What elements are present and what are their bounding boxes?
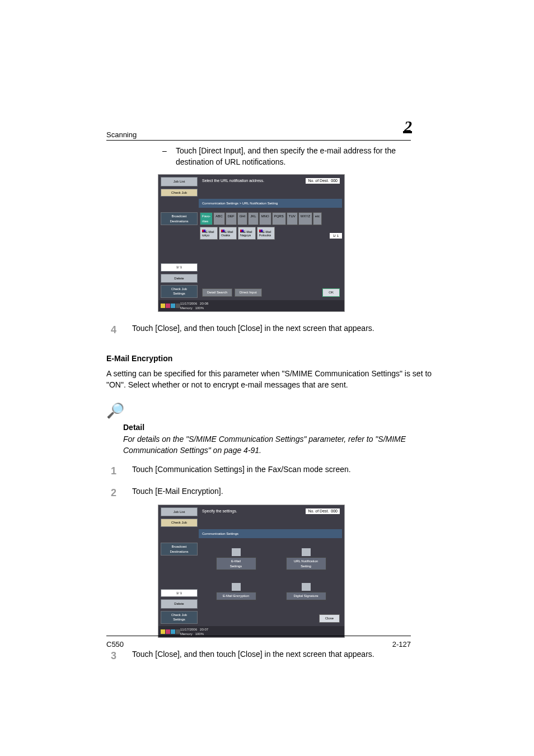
breadcrumb: Communication Settings bbox=[199, 529, 342, 538]
running-header: Scanning bbox=[106, 130, 137, 140]
detail-heading: Detail bbox=[123, 422, 433, 433]
footer-page: 2-127 bbox=[392, 640, 411, 650]
tab-mno[interactable]: MNO bbox=[259, 212, 271, 225]
delete-button[interactable]: Delete bbox=[161, 599, 198, 608]
delete-button[interactable]: Delete bbox=[161, 274, 198, 283]
step-number-2: 2 bbox=[106, 486, 116, 500]
detail-search-button[interactable]: Detail Search bbox=[202, 288, 232, 296]
tab-ghi[interactable]: GHI bbox=[237, 212, 248, 225]
check-job-settings[interactable]: Check Job Settings bbox=[161, 285, 198, 298]
step-number-3: 3 bbox=[106, 649, 116, 663]
email-encryption-button[interactable]: E-Mail Encryption bbox=[216, 592, 256, 600]
bullet-direct-input: Touch [Direct Input], and then specify t… bbox=[162, 146, 433, 167]
tab-abc[interactable]: ABC bbox=[213, 212, 224, 225]
instruction-text: Select the URL notification address. bbox=[202, 178, 306, 184]
tab-pqrs[interactable]: PQRS bbox=[272, 212, 286, 225]
toner-y-icon bbox=[161, 304, 165, 308]
status-time: 20:07 bbox=[200, 628, 208, 631]
dest-count-label: No. of Dest. 000 bbox=[306, 508, 340, 514]
step-number-4: 4 bbox=[106, 323, 116, 337]
left-pager: 1/ 1 bbox=[161, 589, 198, 597]
digital-signature-button[interactable]: Digital Signature bbox=[286, 592, 326, 600]
screenshot-comm-settings: Job List Check Job Specify the settings.… bbox=[158, 505, 345, 638]
email-settings-icon bbox=[232, 548, 241, 556]
toner-y-icon bbox=[161, 629, 165, 634]
tab-jkl[interactable]: JKL bbox=[248, 212, 258, 225]
toner-m-icon bbox=[166, 304, 170, 308]
url-notification-button[interactable]: URL Notification Setting bbox=[286, 557, 326, 570]
step-text-1: Touch [Communication Settings] in the Fa… bbox=[132, 464, 433, 475]
tab-favorites[interactable]: Favo- rites bbox=[200, 212, 213, 225]
breadcrumb: Communication Settings > URL Notificatio… bbox=[199, 199, 342, 208]
instruction-text: Specify the settings. bbox=[202, 508, 306, 514]
chip-pager: 1/ 1 bbox=[330, 233, 342, 239]
tab-wxyz[interactable]: WXYZ bbox=[298, 212, 312, 225]
toner-c-icon bbox=[171, 304, 175, 308]
email-settings-button[interactable]: E-Mail Settings bbox=[216, 557, 256, 570]
ok-button[interactable]: OK bbox=[322, 288, 340, 296]
status-mem-label: Memory bbox=[180, 306, 193, 310]
toner-c-icon bbox=[171, 629, 175, 634]
check-job-settings[interactable]: Check Job Settings bbox=[161, 611, 198, 624]
toner-m-icon bbox=[166, 629, 170, 634]
dest-chip[interactable]: E-Mail tokyo bbox=[200, 227, 218, 240]
job-list-button[interactable]: Job List bbox=[161, 507, 198, 516]
broadcast-destinations[interactable]: Broadcast Destinations bbox=[161, 212, 198, 225]
toner-k-icon bbox=[176, 629, 180, 634]
tab-etc[interactable]: etc bbox=[313, 212, 322, 225]
section-heading-email-encryption: E-Mail Encryption bbox=[106, 353, 433, 365]
check-job-button[interactable]: Check Job bbox=[161, 519, 198, 526]
left-pager: 1/ 1 bbox=[161, 263, 198, 271]
status-time: 20:08 bbox=[200, 302, 208, 305]
magnifier-icon: 🔎 bbox=[106, 400, 124, 421]
status-date: 11/17/2006 bbox=[180, 302, 197, 305]
step-text-4: Touch [Close], and then touch [Close] in… bbox=[132, 323, 433, 334]
dest-chip[interactable]: E-Mail Osaka bbox=[219, 227, 237, 240]
digital-signature-icon bbox=[302, 583, 311, 591]
screenshot-url-notification: Job List Check Job Select the URL notifi… bbox=[158, 174, 345, 312]
close-button[interactable]: Close bbox=[319, 614, 340, 622]
section-paragraph: A setting can be specified for this para… bbox=[106, 368, 433, 390]
step-text-2: Touch [E-Mail Encryption]. bbox=[132, 486, 433, 497]
status-date: 11/17/2006 bbox=[180, 628, 197, 631]
tab-tuv[interactable]: TUV bbox=[287, 212, 298, 225]
email-encryption-icon bbox=[232, 583, 241, 591]
url-notification-icon bbox=[302, 548, 311, 556]
status-mem-value: 100% bbox=[195, 306, 204, 310]
check-job-button[interactable]: Check Job bbox=[161, 189, 198, 197]
dest-chip[interactable]: E-Mail Nagoya bbox=[238, 227, 256, 240]
step-number-1: 1 bbox=[106, 464, 116, 478]
tab-def[interactable]: DEF bbox=[226, 212, 237, 225]
dest-chip[interactable]: E-Mail Fukuoka bbox=[257, 227, 275, 240]
job-list-button[interactable]: Job List bbox=[161, 177, 198, 186]
toner-k-icon bbox=[176, 304, 180, 308]
direct-input-button[interactable]: Direct Input bbox=[235, 288, 262, 296]
dest-count-label: No. of Dest. 000 bbox=[306, 178, 340, 184]
footer-model: C550 bbox=[106, 640, 124, 650]
step-text-3: Touch [Close], and then touch [Close] in… bbox=[132, 649, 433, 660]
detail-text: For details on the "S/MIME Communication… bbox=[123, 434, 433, 456]
broadcast-destinations[interactable]: Broadcast Destinations bbox=[161, 543, 198, 556]
